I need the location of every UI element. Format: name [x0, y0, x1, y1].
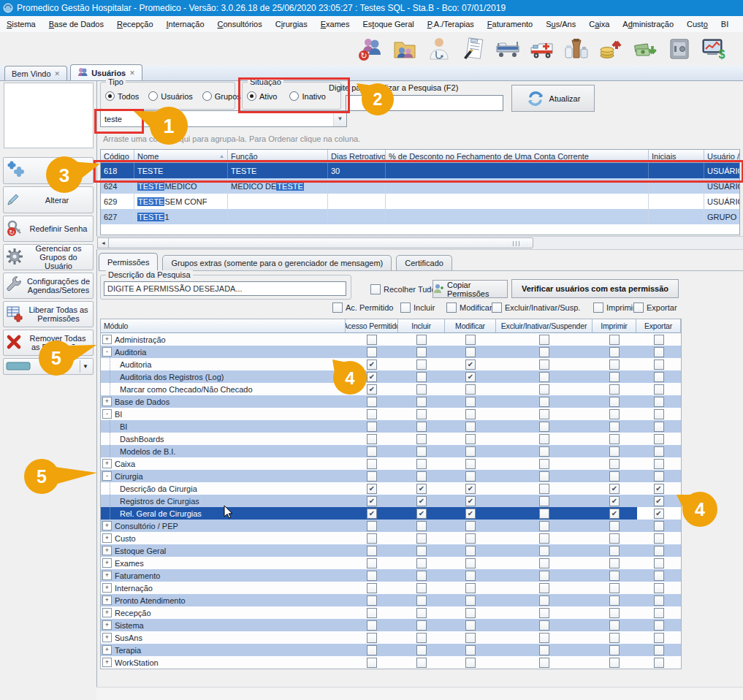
permission-checkbox[interactable] — [416, 608, 427, 618]
permission-row[interactable]: +Recepção — [101, 606, 681, 619]
perm-column-header-incluir[interactable]: Incluir — [398, 319, 445, 332]
permission-checkbox[interactable] — [416, 347, 427, 357]
expand-icon[interactable]: + — [102, 608, 112, 617]
expand-icon[interactable]: + — [102, 658, 112, 667]
column-header-c-digo[interactable]: Código — [101, 150, 134, 162]
permission-checkbox[interactable] — [416, 409, 427, 419]
permission-row[interactable]: +Estoque Geral — [101, 544, 681, 557]
permission-checkbox[interactable]: ✔ — [465, 496, 476, 506]
checkbox-box[interactable] — [492, 303, 502, 313]
expand-icon[interactable]: + — [102, 645, 112, 655]
permission-row[interactable]: +Terapia — [101, 644, 681, 656]
checkbox-box[interactable] — [400, 303, 411, 313]
redefinir-senha-button[interactable]: ↻Redefinir Senha — [3, 216, 94, 242]
menu-item-consult-rios[interactable]: Consultórios — [211, 16, 269, 32]
permission-row[interactable]: +WorkStation — [101, 656, 681, 669]
expand-icon[interactable]: + — [102, 533, 112, 543]
column-header-nome[interactable]: Nome▲ — [134, 150, 228, 162]
permission-checkbox[interactable] — [465, 335, 476, 345]
horizontal-splitter[interactable]: ◄ — [96, 236, 743, 250]
filter-check-ac-permitido[interactable]: Ac. Permitido — [332, 303, 393, 313]
column-header-usu-rio-g[interactable]: Usuário / G — [704, 150, 740, 162]
close-icon[interactable]: ✕ — [55, 70, 61, 77]
permission-checkbox[interactable]: ✔ — [609, 496, 620, 506]
permission-checkbox[interactable] — [654, 645, 664, 655]
permission-checkbox[interactable] — [609, 645, 620, 655]
menu-item-exames[interactable]: Exames — [314, 16, 357, 32]
permission-checkbox[interactable] — [539, 633, 549, 643]
expand-icon[interactable]: + — [102, 335, 112, 344]
permission-checkbox[interactable] — [539, 446, 549, 457]
menu-item-estoque-geral[interactable]: Estoque Geral — [356, 16, 420, 32]
permission-checkbox[interactable] — [609, 397, 620, 407]
permission-checkbox[interactable] — [539, 521, 549, 531]
column-header-dias-retroativos[interactable]: Dias Retroativos — [328, 150, 386, 162]
expand-icon[interactable]: + — [102, 459, 112, 468]
permission-row[interactable]: +Internação — [101, 582, 681, 594]
menu-item-sistema[interactable]: Sistema — [0, 16, 42, 32]
permission-checkbox[interactable] — [654, 471, 664, 482]
permission-row[interactable]: Marcar como Checado/Não Checado✔ — [101, 383, 681, 395]
permission-checkbox[interactable] — [416, 558, 427, 568]
permission-checkbox[interactable] — [609, 546, 620, 556]
permission-checkbox[interactable] — [465, 620, 476, 631]
permission-checkbox[interactable] — [367, 459, 377, 469]
permission-checkbox[interactable] — [609, 620, 620, 631]
permission-checkbox[interactable]: ✔ — [367, 484, 377, 494]
permission-checkbox[interactable] — [465, 521, 476, 531]
expand-icon[interactable]: + — [102, 546, 112, 555]
permission-checkbox[interactable] — [654, 384, 664, 395]
permission-checkbox[interactable] — [539, 620, 549, 631]
permission-checkbox[interactable] — [654, 434, 664, 444]
filter-check-modificar[interactable]: Modificar — [446, 303, 492, 313]
permission-checkbox[interactable] — [654, 347, 664, 357]
checkbox-box[interactable] — [633, 303, 644, 313]
collapse-icon[interactable]: - — [102, 347, 112, 357]
menu-item-recep-o[interactable]: Recepção — [110, 16, 160, 32]
clipped-edge-icon[interactable] — [734, 35, 743, 63]
permission-checkbox[interactable] — [654, 335, 664, 345]
permission-checkbox[interactable] — [367, 335, 377, 345]
permission-checkbox[interactable] — [465, 434, 476, 444]
permission-row[interactable]: Descrição da Cirurgia✔✔✔✔✔ — [101, 482, 681, 495]
permission-checkbox[interactable] — [654, 558, 664, 568]
permission-checkbox[interactable] — [367, 546, 377, 556]
permission-checkbox[interactable]: ✔ — [609, 484, 620, 494]
perm-column-header-m-dulo[interactable]: Módulo — [101, 319, 346, 332]
permission-checkbox[interactable] — [654, 533, 664, 544]
permission-checkbox[interactable] — [539, 583, 549, 593]
column-header-iniciais[interactable]: Iniciais — [649, 150, 704, 162]
permission-checkbox[interactable] — [539, 645, 549, 655]
permission-row[interactable]: DashBoards — [101, 433, 681, 445]
permission-checkbox[interactable] — [654, 633, 664, 643]
collapse-icon[interactable]: - — [102, 471, 112, 481]
permission-checkbox[interactable] — [609, 533, 620, 544]
permission-checkbox[interactable] — [416, 372, 427, 382]
permission-row[interactable]: +Faturamento — [101, 569, 681, 582]
permission-checkbox[interactable] — [609, 384, 620, 395]
permission-checkbox[interactable] — [539, 372, 549, 382]
permission-checkbox[interactable] — [367, 608, 377, 618]
permission-row[interactable]: +Consultório / PEP — [101, 520, 681, 532]
permission-checkbox[interactable] — [654, 397, 664, 407]
menu-item-custo[interactable]: Custo — [680, 16, 715, 32]
permission-row[interactable]: Modelos de B.I. — [101, 445, 681, 457]
permission-search-input[interactable]: DIGITE A PERMISSÃO DESEJADA... — [104, 281, 346, 296]
atualizar-button[interactable]: Atualizar — [511, 85, 595, 112]
situacao-radio-inativo[interactable]: Inativo — [289, 91, 325, 101]
tab-certificado[interactable]: Certificado — [396, 255, 452, 270]
recolher-tudo-checkbox[interactable]: Recolher Tudo — [370, 284, 436, 294]
permission-checkbox[interactable]: ✔ — [465, 509, 476, 519]
tipo-radio-grupos[interactable]: Grupos — [202, 91, 241, 101]
permission-checkbox[interactable] — [367, 409, 377, 419]
permission-checkbox[interactable] — [367, 645, 377, 655]
permission-checkbox[interactable]: ✔ — [654, 484, 664, 494]
permission-checkbox[interactable] — [367, 658, 377, 668]
expand-icon[interactable]: + — [102, 571, 112, 580]
permission-checkbox[interactable] — [465, 409, 476, 419]
permission-checkbox[interactable] — [654, 459, 664, 469]
permission-checkbox[interactable] — [367, 422, 377, 432]
permission-checkbox[interactable] — [465, 571, 476, 581]
permission-checkbox[interactable] — [465, 446, 476, 457]
permission-checkbox[interactable] — [654, 521, 664, 531]
